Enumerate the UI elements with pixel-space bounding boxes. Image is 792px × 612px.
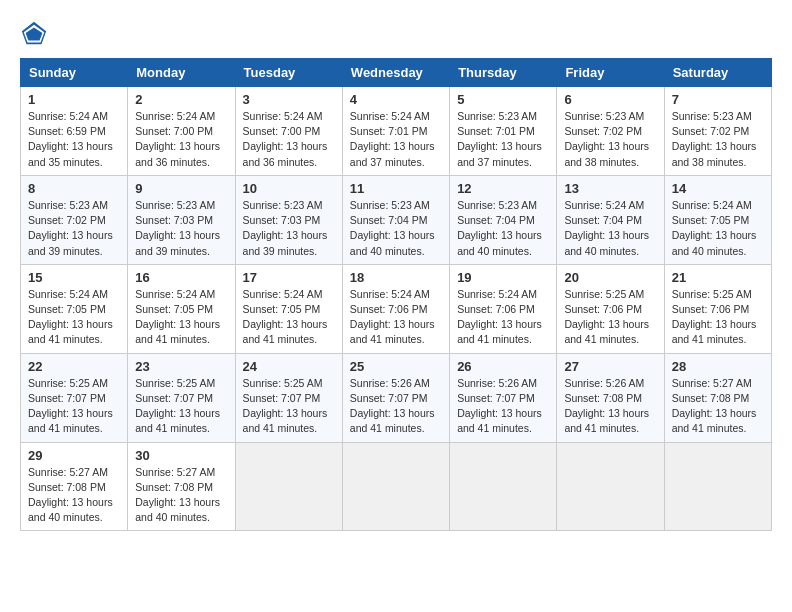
calendar-week-row: 15 Sunrise: 5:24 AM Sunset: 7:05 PM Dayl…	[21, 264, 772, 353]
day-number: 10	[243, 181, 335, 196]
calendar-cell: 25 Sunrise: 5:26 AM Sunset: 7:07 PM Dayl…	[342, 353, 449, 442]
day-number: 22	[28, 359, 120, 374]
calendar-week-row: 8 Sunrise: 5:23 AM Sunset: 7:02 PM Dayli…	[21, 175, 772, 264]
day-detail: Sunrise: 5:27 AM Sunset: 7:08 PM Dayligh…	[28, 465, 120, 526]
day-number: 13	[564, 181, 656, 196]
calendar-cell: 11 Sunrise: 5:23 AM Sunset: 7:04 PM Dayl…	[342, 175, 449, 264]
day-number: 6	[564, 92, 656, 107]
day-detail: Sunrise: 5:24 AM Sunset: 7:01 PM Dayligh…	[350, 109, 442, 170]
calendar-cell: 7 Sunrise: 5:23 AM Sunset: 7:02 PM Dayli…	[664, 87, 771, 176]
day-number: 17	[243, 270, 335, 285]
calendar-cell: 29 Sunrise: 5:27 AM Sunset: 7:08 PM Dayl…	[21, 442, 128, 531]
day-detail: Sunrise: 5:26 AM Sunset: 7:07 PM Dayligh…	[457, 376, 549, 437]
day-detail: Sunrise: 5:26 AM Sunset: 7:08 PM Dayligh…	[564, 376, 656, 437]
calendar-cell: 2 Sunrise: 5:24 AM Sunset: 7:00 PM Dayli…	[128, 87, 235, 176]
day-detail: Sunrise: 5:23 AM Sunset: 7:04 PM Dayligh…	[350, 198, 442, 259]
day-detail: Sunrise: 5:26 AM Sunset: 7:07 PM Dayligh…	[350, 376, 442, 437]
day-number: 15	[28, 270, 120, 285]
day-detail: Sunrise: 5:23 AM Sunset: 7:04 PM Dayligh…	[457, 198, 549, 259]
day-detail: Sunrise: 5:23 AM Sunset: 7:02 PM Dayligh…	[672, 109, 764, 170]
calendar-cell: 15 Sunrise: 5:24 AM Sunset: 7:05 PM Dayl…	[21, 264, 128, 353]
calendar-cell: 8 Sunrise: 5:23 AM Sunset: 7:02 PM Dayli…	[21, 175, 128, 264]
day-number: 2	[135, 92, 227, 107]
calendar-cell: 9 Sunrise: 5:23 AM Sunset: 7:03 PM Dayli…	[128, 175, 235, 264]
calendar-table: SundayMondayTuesdayWednesdayThursdayFrid…	[20, 58, 772, 531]
weekday-header: Friday	[557, 59, 664, 87]
weekday-header: Wednesday	[342, 59, 449, 87]
weekday-header: Sunday	[21, 59, 128, 87]
day-detail: Sunrise: 5:23 AM Sunset: 7:02 PM Dayligh…	[28, 198, 120, 259]
logo	[20, 20, 52, 48]
day-detail: Sunrise: 5:23 AM Sunset: 7:03 PM Dayligh…	[243, 198, 335, 259]
day-detail: Sunrise: 5:24 AM Sunset: 7:05 PM Dayligh…	[135, 287, 227, 348]
page-header	[20, 20, 772, 48]
weekday-header: Tuesday	[235, 59, 342, 87]
day-number: 14	[672, 181, 764, 196]
calendar-cell	[450, 442, 557, 531]
day-detail: Sunrise: 5:23 AM Sunset: 7:03 PM Dayligh…	[135, 198, 227, 259]
day-detail: Sunrise: 5:24 AM Sunset: 7:06 PM Dayligh…	[457, 287, 549, 348]
day-number: 12	[457, 181, 549, 196]
weekday-header: Saturday	[664, 59, 771, 87]
calendar-week-row: 22 Sunrise: 5:25 AM Sunset: 7:07 PM Dayl…	[21, 353, 772, 442]
calendar-cell: 1 Sunrise: 5:24 AM Sunset: 6:59 PM Dayli…	[21, 87, 128, 176]
day-detail: Sunrise: 5:24 AM Sunset: 7:05 PM Dayligh…	[28, 287, 120, 348]
day-detail: Sunrise: 5:25 AM Sunset: 7:07 PM Dayligh…	[135, 376, 227, 437]
day-detail: Sunrise: 5:24 AM Sunset: 7:00 PM Dayligh…	[243, 109, 335, 170]
calendar-cell	[557, 442, 664, 531]
calendar-cell	[342, 442, 449, 531]
calendar-cell	[664, 442, 771, 531]
day-number: 3	[243, 92, 335, 107]
day-number: 5	[457, 92, 549, 107]
day-number: 16	[135, 270, 227, 285]
calendar-cell: 10 Sunrise: 5:23 AM Sunset: 7:03 PM Dayl…	[235, 175, 342, 264]
day-number: 21	[672, 270, 764, 285]
day-detail: Sunrise: 5:24 AM Sunset: 7:05 PM Dayligh…	[243, 287, 335, 348]
day-detail: Sunrise: 5:23 AM Sunset: 7:01 PM Dayligh…	[457, 109, 549, 170]
calendar-cell: 19 Sunrise: 5:24 AM Sunset: 7:06 PM Dayl…	[450, 264, 557, 353]
calendar-cell: 22 Sunrise: 5:25 AM Sunset: 7:07 PM Dayl…	[21, 353, 128, 442]
day-number: 28	[672, 359, 764, 374]
day-number: 18	[350, 270, 442, 285]
calendar-cell: 5 Sunrise: 5:23 AM Sunset: 7:01 PM Dayli…	[450, 87, 557, 176]
day-number: 4	[350, 92, 442, 107]
calendar-week-row: 1 Sunrise: 5:24 AM Sunset: 6:59 PM Dayli…	[21, 87, 772, 176]
logo-icon	[20, 20, 48, 48]
weekday-header: Thursday	[450, 59, 557, 87]
calendar-cell	[235, 442, 342, 531]
day-number: 11	[350, 181, 442, 196]
day-number: 1	[28, 92, 120, 107]
calendar-cell: 21 Sunrise: 5:25 AM Sunset: 7:06 PM Dayl…	[664, 264, 771, 353]
day-detail: Sunrise: 5:25 AM Sunset: 7:06 PM Dayligh…	[672, 287, 764, 348]
day-number: 24	[243, 359, 335, 374]
day-detail: Sunrise: 5:25 AM Sunset: 7:07 PM Dayligh…	[243, 376, 335, 437]
calendar-cell: 4 Sunrise: 5:24 AM Sunset: 7:01 PM Dayli…	[342, 87, 449, 176]
day-number: 27	[564, 359, 656, 374]
day-number: 7	[672, 92, 764, 107]
day-detail: Sunrise: 5:24 AM Sunset: 6:59 PM Dayligh…	[28, 109, 120, 170]
calendar-cell: 12 Sunrise: 5:23 AM Sunset: 7:04 PM Dayl…	[450, 175, 557, 264]
calendar-cell: 6 Sunrise: 5:23 AM Sunset: 7:02 PM Dayli…	[557, 87, 664, 176]
day-detail: Sunrise: 5:24 AM Sunset: 7:04 PM Dayligh…	[564, 198, 656, 259]
calendar-cell: 3 Sunrise: 5:24 AM Sunset: 7:00 PM Dayli…	[235, 87, 342, 176]
day-detail: Sunrise: 5:27 AM Sunset: 7:08 PM Dayligh…	[672, 376, 764, 437]
day-number: 9	[135, 181, 227, 196]
day-detail: Sunrise: 5:24 AM Sunset: 7:05 PM Dayligh…	[672, 198, 764, 259]
calendar-cell: 27 Sunrise: 5:26 AM Sunset: 7:08 PM Dayl…	[557, 353, 664, 442]
calendar-cell: 13 Sunrise: 5:24 AM Sunset: 7:04 PM Dayl…	[557, 175, 664, 264]
calendar-cell: 28 Sunrise: 5:27 AM Sunset: 7:08 PM Dayl…	[664, 353, 771, 442]
day-number: 29	[28, 448, 120, 463]
calendar-cell: 18 Sunrise: 5:24 AM Sunset: 7:06 PM Dayl…	[342, 264, 449, 353]
day-detail: Sunrise: 5:27 AM Sunset: 7:08 PM Dayligh…	[135, 465, 227, 526]
calendar-cell: 23 Sunrise: 5:25 AM Sunset: 7:07 PM Dayl…	[128, 353, 235, 442]
calendar-cell: 17 Sunrise: 5:24 AM Sunset: 7:05 PM Dayl…	[235, 264, 342, 353]
day-detail: Sunrise: 5:25 AM Sunset: 7:06 PM Dayligh…	[564, 287, 656, 348]
day-number: 8	[28, 181, 120, 196]
day-number: 20	[564, 270, 656, 285]
calendar-week-row: 29 Sunrise: 5:27 AM Sunset: 7:08 PM Dayl…	[21, 442, 772, 531]
day-number: 25	[350, 359, 442, 374]
calendar-cell: 20 Sunrise: 5:25 AM Sunset: 7:06 PM Dayl…	[557, 264, 664, 353]
weekday-header: Monday	[128, 59, 235, 87]
day-detail: Sunrise: 5:25 AM Sunset: 7:07 PM Dayligh…	[28, 376, 120, 437]
calendar-cell: 16 Sunrise: 5:24 AM Sunset: 7:05 PM Dayl…	[128, 264, 235, 353]
